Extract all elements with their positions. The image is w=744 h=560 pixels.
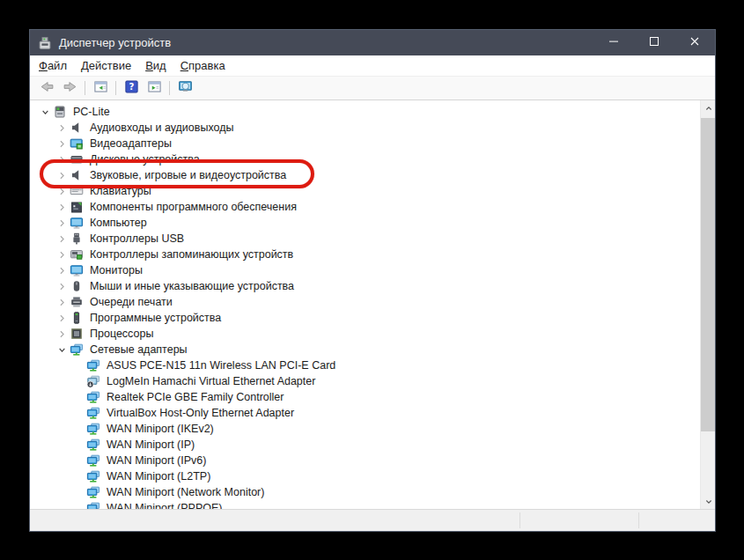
scrollbar-thumb[interactable]	[701, 118, 715, 431]
tree-item[interactable]: WAN Miniport (Network Monitor)	[30, 484, 700, 500]
tree-item[interactable]: Сетевые адаптеры	[30, 342, 700, 357]
display-adapter-icon	[70, 136, 84, 151]
chevron-right-icon[interactable]	[55, 185, 69, 198]
tree-item[interactable]: Звуковые, игровые и видеоустройства	[30, 167, 700, 183]
tree-item[interactable]: Процессоры	[30, 326, 700, 342]
tree-item-label: Звуковые, игровые и видеоустройства	[88, 169, 288, 181]
tree-item-label: PC-Lite	[71, 106, 112, 118]
chevron-right-icon[interactable]	[55, 264, 69, 277]
close-button[interactable]	[674, 30, 715, 55]
chevron-right-icon[interactable]	[55, 153, 69, 166]
monitor-icon	[70, 263, 84, 277]
tree-item[interactable]: ASUS PCE-N15 11n Wireless LAN PCI-E Card	[30, 357, 700, 373]
help-button[interactable]: ?	[121, 78, 142, 98]
chevron-right-icon[interactable]	[55, 328, 69, 341]
tree-item-label: Процессоры	[88, 328, 155, 340]
twisty-spacer	[72, 391, 85, 404]
twisty-spacer	[72, 486, 85, 499]
tree-item[interactable]: Контроллеры запоминающих устройств	[30, 247, 700, 262]
toolbar-separator	[85, 81, 85, 95]
tree-item[interactable]: VirtualBox Host-Only Ethernet Adapter	[30, 405, 700, 421]
speaker-icon	[70, 168, 84, 182]
forward-button[interactable]	[59, 78, 80, 98]
tree-item[interactable]: Программные устройства	[30, 310, 700, 326]
tree-item-label: WAN Miniport (L2TP)	[105, 470, 212, 483]
menu-view[interactable]: Вид	[138, 55, 173, 76]
menu-help[interactable]: Справка	[173, 55, 232, 76]
chevron-right-icon[interactable]	[55, 312, 69, 325]
tree-item[interactable]: Очереди печати	[30, 294, 700, 310]
tree-item[interactable]: PC-Lite	[30, 104, 700, 120]
tree-item-label: WAN Miniport (IPv6)	[105, 454, 208, 467]
chevron-down-icon[interactable]	[39, 106, 52, 119]
tree-item[interactable]: WAN Miniport (IP)	[30, 437, 700, 453]
titlebar[interactable]: Диспетчер устройств	[30, 30, 715, 55]
tree-item[interactable]: Контроллеры USB	[30, 231, 700, 247]
menu-action[interactable]: Действие	[74, 55, 138, 76]
chevron-right-icon[interactable]	[55, 169, 69, 182]
twisty-spacer	[72, 423, 85, 436]
menu-bar: ФайлДействиеВидСправка	[30, 55, 715, 77]
tree-item-label: Компьютер	[88, 217, 149, 229]
software-device-icon	[70, 311, 84, 325]
console-tree-button[interactable]	[90, 78, 111, 98]
chevron-down-icon[interactable]	[55, 343, 69, 357]
computer-icon	[53, 105, 67, 119]
menu-file[interactable]: Файл	[32, 55, 74, 76]
tree-item-label: WAN Miniport (IP)	[105, 438, 196, 451]
tree-item[interactable]: Мониторы	[30, 262, 700, 278]
tree-item-label: LogMeIn Hamachi Virtual Ethernet Adapter	[105, 375, 317, 387]
maximize-button[interactable]	[634, 30, 674, 55]
tree-item[interactable]: Клавиатуры	[30, 183, 700, 199]
tree-item-label: Контроллеры USB	[88, 232, 186, 245]
storage-controller-icon	[70, 247, 84, 262]
tree-item[interactable]: WAN Miniport (IKEv2)	[30, 421, 700, 437]
tree-item[interactable]: LogMeIn Hamachi Virtual Ethernet Adapter	[30, 373, 700, 389]
twisty-spacer	[72, 375, 85, 388]
scan-icon	[178, 79, 193, 97]
network-adapter-icon	[86, 501, 100, 509]
chevron-right-icon[interactable]	[55, 296, 69, 309]
network-adapter-icon	[70, 343, 84, 357]
chevron-right-icon[interactable]	[55, 137, 69, 151]
chevron-right-icon[interactable]	[55, 201, 69, 214]
tree-item[interactable]: WAN Miniport (IPv6)	[30, 453, 700, 468]
tree-item[interactable]: Аудиовходы и аудиовыходы	[30, 120, 700, 136]
network-adapter-icon	[86, 485, 100, 499]
device-tree: PC-LiteАудиовходы и аудиовыходыВидеоадап…	[30, 100, 700, 509]
tree-item-label: Мыши и иные указывающие устройства	[88, 280, 296, 292]
minimize-button[interactable]	[593, 30, 634, 55]
tree-item[interactable]: Компоненты программного обеспечения	[30, 199, 700, 215]
chevron-right-icon[interactable]	[55, 122, 69, 135]
status-separator	[638, 512, 639, 528]
scroll-down-button[interactable]	[701, 494, 715, 509]
tree-item-label: Очереди печати	[88, 296, 174, 308]
window-title: Диспетчер устройств	[59, 36, 593, 49]
tree-item[interactable]: WAN Miniport (PPPOE)	[30, 500, 700, 509]
tree-item-label: Аудиовходы и аудиовыходы	[88, 122, 235, 134]
speaker-icon	[70, 121, 84, 135]
back-button[interactable]	[36, 78, 57, 98]
device-manager-window: Диспетчер устройств ФайлДействиеВидСправ…	[29, 29, 716, 532]
tree-item[interactable]: Дисковые устройства	[30, 151, 700, 167]
tree-item[interactable]: Компьютер	[30, 215, 700, 231]
chevron-right-icon[interactable]	[55, 248, 69, 262]
twisty-spacer	[72, 359, 85, 372]
tree-item[interactable]: Видеоадаптеры	[30, 136, 700, 151]
chevron-right-icon[interactable]	[55, 232, 69, 246]
vertical-scrollbar[interactable]	[700, 100, 715, 509]
network-adapter-icon	[86, 358, 100, 372]
scroll-up-button[interactable]	[701, 100, 715, 115]
tree-item[interactable]: WAN Miniport (L2TP)	[30, 468, 700, 484]
tree-item-label: Клавиатуры	[88, 185, 153, 197]
action-pane-button[interactable]	[144, 78, 165, 98]
tree-item-label: VirtualBox Host-Only Ethernet Adapter	[105, 407, 296, 419]
chevron-right-icon[interactable]	[55, 280, 69, 293]
scan-hardware-button[interactable]	[174, 78, 195, 98]
svg-text:?: ?	[129, 82, 134, 92]
software-component-icon	[70, 200, 84, 214]
tree-item[interactable]: Мыши и иные указывающие устройства	[30, 278, 700, 294]
chevron-right-icon[interactable]	[55, 217, 69, 230]
back-icon	[40, 79, 55, 97]
tree-item[interactable]: Realtek PCIe GBE Family Controller	[30, 389, 700, 405]
